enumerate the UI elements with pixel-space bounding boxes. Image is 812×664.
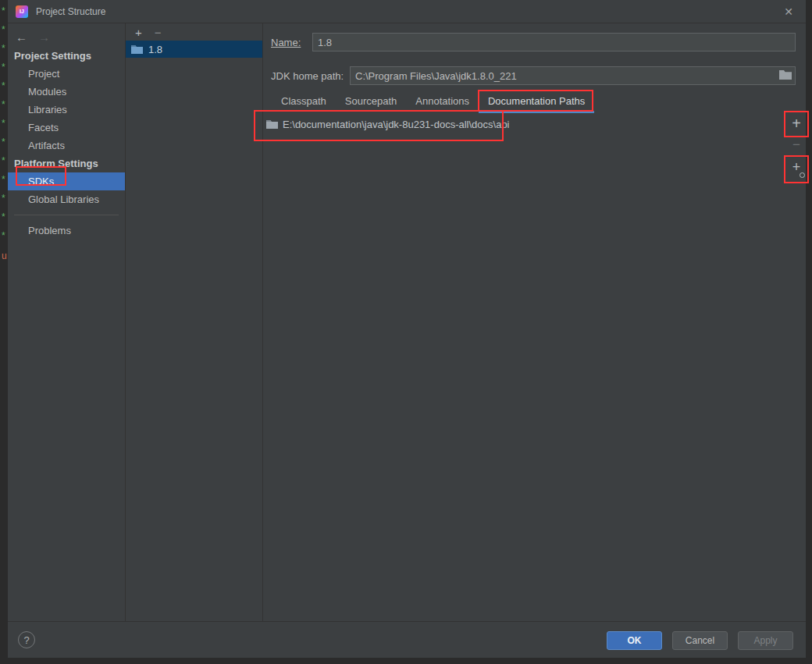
screen: *************u IJ Project Structure ✕ ← … [0, 0, 812, 664]
close-icon[interactable]: ✕ [779, 4, 798, 20]
sdk-label: 1.8 [148, 44, 162, 55]
forward-icon: → [38, 30, 50, 44]
plus-url-icon: + [792, 159, 801, 175]
sidebar-item-facets[interactable]: Facets [8, 119, 125, 137]
remove-sdk-icon[interactable]: − [155, 27, 162, 38]
sdk-list-panel: + − 1.8 [126, 23, 263, 621]
name-input[interactable] [312, 33, 796, 51]
jdk-home-field-wrap [350, 66, 796, 85]
sdk-list-toolbar: + − [126, 23, 262, 41]
minus-icon: − [792, 137, 800, 152]
globe-sub-icon [800, 172, 805, 178]
sdk-details-panel: Name: JDK home path: Classpath Sourcepat… [263, 23, 806, 621]
dialog-title: Project Structure [36, 6, 105, 17]
jdk-home-path-label: JDK home path: [271, 70, 344, 82]
sidebar-item-sdks[interactable]: SDKs [8, 172, 125, 190]
settings-sidebar: ← → Project Settings Project Modules Lib… [8, 23, 126, 621]
documentation-path: E:\documentation\java\jdk-8u231-docs-all… [283, 119, 510, 130]
sdk-list-item[interactable]: 1.8 [126, 41, 262, 58]
ok-button[interactable]: OK [607, 631, 662, 650]
project-settings-header: Project Settings [8, 47, 125, 65]
documentation-path-row[interactable]: E:\documentation\java\jdk-8u231-docs-all… [265, 115, 510, 133]
tab-annotations[interactable]: Annotations [406, 92, 479, 113]
remove-path-button[interactable]: − [787, 139, 806, 153]
sdk-folder-icon [131, 44, 143, 54]
tabs-bar: Classpath Sourcepath Annotations Documen… [272, 92, 594, 113]
sidebar-item-project[interactable]: Project [8, 65, 125, 83]
jdk-home-input[interactable] [350, 66, 796, 85]
cancel-button[interactable]: Cancel [672, 631, 728, 650]
sidebar-item-problems[interactable]: Problems [8, 222, 125, 240]
add-path-button[interactable]: + [787, 112, 806, 134]
sidebar-item-modules[interactable]: Modules [8, 83, 125, 101]
tab-classpath[interactable]: Classpath [272, 92, 336, 113]
title-bar: IJ Project Structure ✕ [8, 0, 806, 23]
sidebar-item-global-libraries[interactable]: Global Libraries [8, 190, 125, 208]
tab-sourcepath[interactable]: Sourcepath [336, 92, 407, 113]
sidebar-item-libraries[interactable]: Libraries [8, 101, 125, 119]
browse-folder-icon[interactable] [779, 69, 792, 80]
help-button[interactable]: ? [18, 631, 35, 648]
add-url-button[interactable]: + [787, 157, 806, 180]
apply-button[interactable]: Apply [738, 631, 793, 650]
add-sdk-icon[interactable]: + [135, 27, 142, 38]
intellij-logo-icon: IJ [16, 5, 28, 18]
project-structure-dialog: IJ Project Structure ✕ ← → Project Setti… [8, 0, 806, 658]
footer-bar: ? OK Cancel Apply [8, 621, 806, 658]
background-edge-marks: *************u [0, 0, 8, 664]
question-icon: ? [23, 634, 29, 646]
tab-documentation-paths[interactable]: Documentation Paths [479, 92, 594, 113]
plus-icon: + [792, 115, 801, 132]
history-nav: ← → [8, 27, 125, 47]
sidebar-divider [14, 215, 119, 215]
platform-settings-header: Platform Settings [8, 154, 125, 172]
name-label: Name: [271, 37, 301, 48]
sidebar-item-artifacts[interactable]: Artifacts [8, 137, 125, 154]
folder-icon [266, 119, 278, 129]
back-icon[interactable]: ← [16, 30, 27, 44]
